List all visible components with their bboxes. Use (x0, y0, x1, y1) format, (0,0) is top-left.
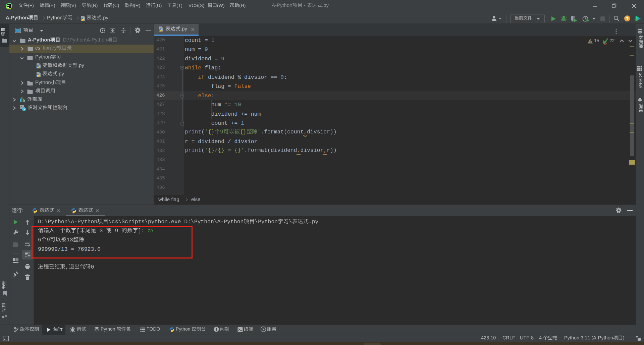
svg-text:PC: PC (7, 4, 11, 7)
